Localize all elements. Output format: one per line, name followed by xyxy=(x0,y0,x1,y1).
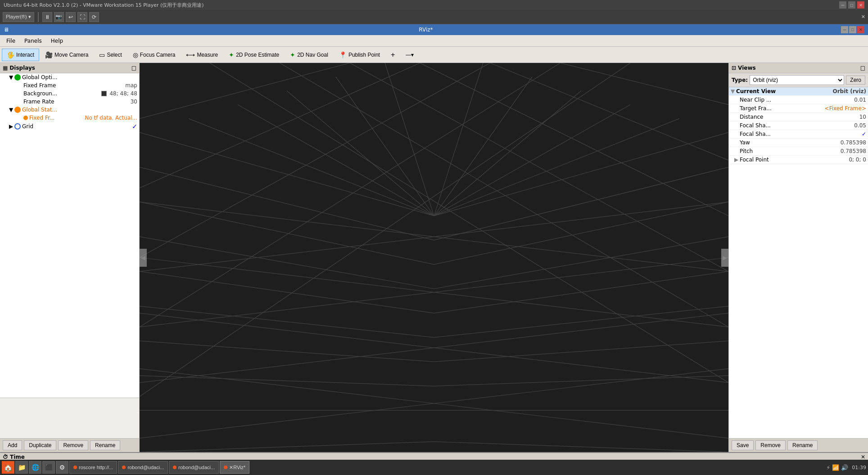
current-view-row[interactable]: ▼ Current View Orbit (rviz) xyxy=(729,87,868,96)
yaw-value: 0.785398 xyxy=(841,139,866,146)
toolbar-separator xyxy=(38,12,39,22)
vm-exit-btn[interactable]: ✕ xyxy=(861,14,865,20)
menu-bar: File Panels Help xyxy=(0,35,868,47)
rviz-title-icon: 🖥 xyxy=(4,27,9,33)
usb-button[interactable]: ⟳ xyxy=(89,12,99,22)
taskbar-home-icon[interactable]: 🏠 xyxy=(2,461,14,474)
taskbar-terminal-icon[interactable]: ⬛ xyxy=(42,461,55,474)
svg-rect-0 xyxy=(140,63,728,452)
focal-sha1-label: Focal Sha... xyxy=(740,122,854,129)
global-options-row[interactable]: ▼ Global Opti... xyxy=(0,73,139,81)
current-view-arrow[interactable]: ▼ xyxy=(731,88,736,94)
move-camera-button[interactable]: 🎥 Move Camera xyxy=(40,49,93,61)
player-menu-button[interactable]: Player(®) ▾ xyxy=(3,12,34,22)
viewport[interactable]: ◀ ▶ xyxy=(140,63,728,452)
global-status-arrow[interactable]: ▼ xyxy=(9,107,14,113)
background-value: 48; 48; 48 xyxy=(109,90,137,97)
snapshot-button[interactable]: 📷 xyxy=(54,12,64,22)
measure-button[interactable]: ⟷ Measure xyxy=(181,49,223,61)
help-menu[interactable]: Help xyxy=(46,36,68,45)
interact-button[interactable]: 🖐 Interact xyxy=(2,49,39,61)
pitch-row: Pitch 0.785398 xyxy=(729,147,868,156)
pause-button[interactable]: ⏸ xyxy=(42,12,52,22)
rviz-window: 🖥 RViz* ─ □ ✕ File Panels Help 🖐 Interac… xyxy=(0,24,868,475)
select-button[interactable]: ▭ Select xyxy=(94,49,127,61)
focus-camera-icon: ◎ xyxy=(133,51,138,58)
rename-display-button[interactable]: Rename xyxy=(90,440,120,450)
time-header-icon: ⏱ xyxy=(3,454,8,460)
viewport-right-arrow[interactable]: ▶ xyxy=(721,249,728,267)
distance-label: Distance xyxy=(740,114,859,120)
grid-arrow[interactable]: ▶ xyxy=(9,123,14,130)
taskbar-extra-icon[interactable]: ⚙ xyxy=(56,461,68,474)
views-type-select[interactable]: Orbit (rviz) xyxy=(750,75,844,85)
taskbar-roscore-button[interactable]: roscore http://... xyxy=(69,461,117,474)
global-status-row[interactable]: ▼ Global Stat... xyxy=(0,106,139,114)
views-rename-button[interactable]: Rename xyxy=(787,440,818,450)
vm-maximize-button[interactable]: □ xyxy=(848,1,855,9)
focus-camera-label: Focus Camera xyxy=(140,52,176,58)
views-save-button[interactable]: Save xyxy=(732,440,754,450)
rviz-minimize-button[interactable]: ─ xyxy=(841,26,848,33)
revert-button[interactable]: ↩ xyxy=(66,12,76,22)
vm-close-button[interactable]: ✕ xyxy=(857,1,864,9)
taskbar-browser-icon[interactable]: 🌐 xyxy=(29,461,41,474)
taskbar: 🏠 📁 🌐 ⬛ ⚙ roscore http://... robond@udac… xyxy=(0,460,868,475)
add-display-button[interactable]: Add xyxy=(3,440,22,450)
rviz-taskbar-label: ✕RViz* xyxy=(229,465,245,471)
volume-icon: 🔊 xyxy=(841,464,848,471)
remove-display-button[interactable]: Remove xyxy=(58,440,88,450)
rviz-toolbar: 🖐 Interact 🎥 Move Camera ▭ Select ◎ Focu… xyxy=(0,47,868,63)
taskbar-terminal2-button[interactable]: robond@udaci... xyxy=(169,461,219,474)
target-frame-value: <Fixed Frame> xyxy=(825,105,866,112)
focal-point-value: 0; 0; 0 xyxy=(849,157,866,163)
workstation-toolbar: Player(®) ▾ ⏸ 📷 ↩ ⛶ ⟳ ✕ xyxy=(0,10,868,24)
rviz-maximize-button[interactable]: □ xyxy=(849,26,856,33)
vm-minimize-button[interactable]: ─ xyxy=(839,1,846,9)
add-tool-button[interactable]: + xyxy=(386,49,400,61)
select-label: Select xyxy=(107,52,122,58)
taskbar-rviz-button[interactable]: ✕RViz* xyxy=(220,461,249,474)
terminal2-label: robond@udaci... xyxy=(178,465,215,470)
focal-point-arrow[interactable]: ▶ xyxy=(734,157,740,163)
fixed-frame-warning-row: Fixed Fr... No tf data. Actual... xyxy=(0,114,139,122)
fullscreen-button[interactable]: ⛶ xyxy=(77,12,87,22)
focal-point-row[interactable]: ▶ Focal Point 0; 0; 0 xyxy=(729,156,868,164)
taskbar-system-tray: ⚡ 📶 🔊 01:39 xyxy=(826,464,866,471)
rviz-close-button[interactable]: ✕ xyxy=(857,26,864,33)
rviz-title-text: RViz* xyxy=(11,27,841,33)
yaw-label: Yaw xyxy=(740,139,841,146)
rviz-window-controls: ─ □ ✕ xyxy=(841,26,864,33)
views-remove-button[interactable]: Remove xyxy=(755,440,786,450)
target-frame-row: Target Fra... <Fixed Frame> xyxy=(729,104,868,113)
battery-icon: ⚡ xyxy=(826,464,830,471)
near-clip-row: Near Clip ... 0.01 xyxy=(729,96,868,104)
fixed-frame-value: map xyxy=(125,82,137,89)
focus-camera-button[interactable]: ◎ Focus Camera xyxy=(128,49,181,61)
views-tree: ▼ Current View Orbit (rviz) Near Clip ..… xyxy=(729,87,868,438)
global-options-arrow[interactable]: ▼ xyxy=(9,74,14,81)
grid-row[interactable]: ▶ Grid ✓ xyxy=(0,122,139,131)
pose-estimate-button[interactable]: ✦ 2D Pose Estimate xyxy=(224,49,284,61)
panels-menu[interactable]: Panels xyxy=(20,36,46,45)
current-view-type: Orbit (rviz) xyxy=(832,88,866,94)
viewport-left-arrow[interactable]: ◀ xyxy=(140,249,147,267)
nav-goal-button[interactable]: ✦ 2D Nav Goal xyxy=(285,49,333,61)
vm-title-text: Ubuntu 64-bit Robo V2.1.0 (2) - VMware W… xyxy=(4,2,204,9)
views-type-label: Type: xyxy=(732,77,748,83)
toolbar-options-button[interactable]: —▾ xyxy=(401,49,419,61)
left-panel: ▦ Displays □ ▼ Global Opti... xyxy=(0,63,140,452)
file-menu[interactable]: File xyxy=(2,36,20,45)
distance-value: 10 xyxy=(859,114,866,120)
taskbar-files-icon[interactable]: 📁 xyxy=(15,461,28,474)
views-panel-close[interactable]: □ xyxy=(860,65,865,71)
time-panel-close[interactable]: ✕ xyxy=(861,454,865,460)
displays-panel-close[interactable]: □ xyxy=(131,65,136,71)
taskbar-terminal1-button[interactable]: robond@udaci... xyxy=(118,461,168,474)
global-options-label: Global Opti... xyxy=(22,74,137,81)
main-content: ▦ Displays □ ▼ Global Opti... xyxy=(0,63,868,452)
publish-point-button[interactable]: 📍 Publish Point xyxy=(334,49,385,61)
duplicate-display-button[interactable]: Duplicate xyxy=(24,440,56,450)
focal-sha1-row: Focal Sha... 0.05 xyxy=(729,121,868,130)
views-zero-button[interactable]: Zero xyxy=(846,76,865,85)
